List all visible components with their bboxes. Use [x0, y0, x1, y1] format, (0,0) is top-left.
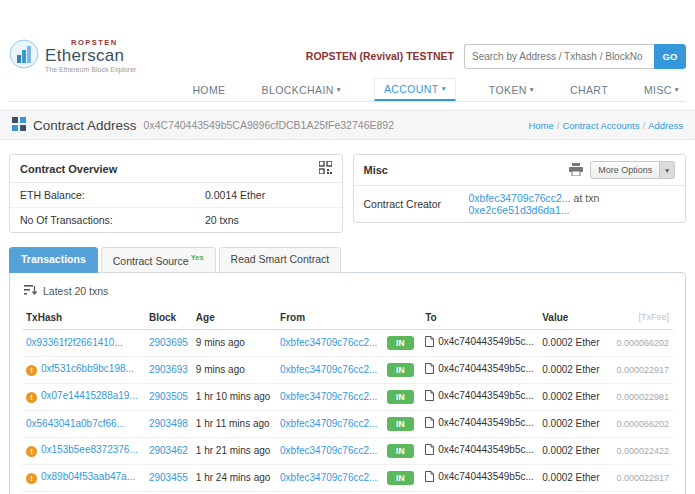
main-nav: HOME BLOCKCHAIN▾ ACCOUNT▾ TOKEN▾ CHART M… — [9, 76, 686, 102]
txhash-link[interactable]: 0x89b04f53aab47a... — [41, 471, 135, 482]
more-options-caret-button[interactable]: ▾ — [660, 161, 675, 179]
value-cell: 0.0002 Ether — [538, 329, 603, 356]
block-link[interactable]: 2903462 — [149, 445, 188, 456]
col-header-from: From — [276, 306, 383, 330]
txhash-link[interactable]: 0x5643041a0b7cf66... — [26, 418, 125, 429]
search-go-button[interactable]: GO — [654, 44, 686, 69]
nav-misc[interactable]: MISC▾ — [641, 79, 682, 101]
from-address-link[interactable]: 0xbfec34709c76cc2... — [280, 391, 377, 402]
tab-read-smart-contract[interactable]: Read Smart Contract — [219, 247, 342, 273]
etherscan-logo-icon — [9, 39, 39, 71]
brand-tagline: The Ethereum Block Explorer — [45, 66, 136, 73]
txfee-cell: 0.000022422 — [604, 437, 673, 464]
to-address: 0x4c740443549b5c... — [438, 471, 534, 482]
from-address-link[interactable]: 0xbfec34709c76cc2... — [280, 364, 377, 375]
value-cell: 0.0002 Ether — [538, 410, 603, 437]
col-header-to: To — [421, 306, 538, 330]
value-cell: 0.0002 Ether — [538, 437, 603, 464]
txfee-cell: 0.000022917 — [604, 464, 673, 491]
tab-transactions[interactable]: Transactions — [9, 247, 98, 273]
latest-txns-label: Latest 20 txns — [43, 285, 108, 297]
age-cell: 9 mins ago — [192, 329, 276, 356]
value-cell: 0.0002 Ether — [538, 464, 603, 491]
nav-account[interactable]: ACCOUNT▾ — [374, 78, 456, 101]
chevron-down-icon: ▾ — [442, 85, 446, 93]
txn-count-row: No Of Transactions: 20 txns — [10, 208, 342, 232]
transactions-panel: Latest 20 txns TxHash Block Age From To … — [9, 272, 686, 494]
txhash-link[interactable]: 0x93361f2f2661410... — [26, 337, 123, 348]
block-link[interactable]: 2903695 — [149, 337, 188, 348]
txfee-cell: 0.000022981 — [604, 383, 673, 410]
block-link[interactable]: 2903693 — [149, 364, 188, 375]
to-address: 0x4c740443549b5c... — [438, 363, 534, 374]
warning-icon: ! — [26, 392, 37, 403]
search-input[interactable] — [464, 44, 654, 69]
direction-in-badge: IN — [387, 417, 414, 431]
overview-title: Contract Overview — [20, 163, 117, 175]
block-link[interactable]: 2903505 — [149, 391, 188, 402]
block-link[interactable]: 2903455 — [149, 472, 188, 483]
contract-overview-panel: Contract Overview ETH Balance: 0.0014 Et… — [9, 154, 343, 233]
txhash-link[interactable]: 0x07e14415288a19... — [41, 390, 138, 401]
direction-in-badge: IN — [387, 336, 414, 350]
transactions-table: TxHash Block Age From To Value [TxFee] 0… — [22, 306, 673, 494]
block-link[interactable]: 2903498 — [149, 418, 188, 429]
eth-balance-value: 0.0014 Ether — [205, 189, 265, 201]
creator-address-link[interactable]: 0xbfec34709c76cc2... — [469, 192, 571, 204]
page-address: 0x4C740443549b5CA9896cfDCB1A25fFe32746E8… — [144, 119, 394, 131]
breadcrumb-address[interactable]: Address — [648, 120, 683, 131]
contract-document-icon — [425, 363, 434, 376]
from-address-link[interactable]: 0xbfec34709c76cc2... — [280, 472, 377, 483]
direction-in-badge: IN — [387, 390, 414, 404]
table-row: 0x5643041a0b7cf66... 2903498 1 hr 11 min… — [22, 410, 673, 437]
to-address: 0x4c740443549b5c... — [438, 444, 534, 455]
header: ROPSTEN Etherscan The Ethereum Block Exp… — [9, 36, 686, 76]
col-header-value: Value — [538, 306, 603, 330]
direction-in-badge: IN — [387, 363, 414, 377]
qr-code-icon[interactable] — [319, 161, 332, 176]
nav-blockchain[interactable]: BLOCKCHAIN▾ — [259, 79, 344, 101]
age-cell: 1 hr 21 mins ago — [192, 437, 276, 464]
testnet-label: ROPSTEN (Revival) TESTNET — [306, 50, 454, 62]
table-row: !0x153b5ee8372376... 2903462 1 hr 21 min… — [22, 437, 673, 464]
from-address-link[interactable]: 0xbfec34709c76cc2... — [280, 337, 377, 348]
printer-icon[interactable] — [569, 163, 583, 178]
page-title: Contract Address — [33, 118, 137, 133]
col-header-txfee: [TxFee] — [604, 306, 673, 330]
page: ROPSTEN Etherscan The Ethereum Block Exp… — [0, 0, 695, 494]
warning-icon: ! — [26, 473, 37, 484]
txhash-link[interactable]: 0xf531c6bb9bc198... — [41, 363, 134, 374]
contract-creator-row: Contract Creator 0xbfec34709c76cc2... at… — [354, 186, 686, 222]
more-options-button[interactable]: More Options — [590, 161, 660, 179]
direction-in-badge: IN — [387, 471, 414, 485]
txn-count-value: 20 txns — [205, 214, 239, 226]
contract-document-icon — [425, 390, 434, 403]
table-row: !0x89b04f53aab47a... 2903455 1 hr 24 min… — [22, 464, 673, 491]
chevron-down-icon: ▾ — [337, 86, 341, 94]
nav-home[interactable]: HOME — [189, 79, 228, 101]
warning-icon: ! — [26, 365, 37, 376]
chevron-down-icon: ▾ — [675, 86, 679, 94]
age-cell: 1 hr 10 mins ago — [192, 383, 276, 410]
txhash-link[interactable]: 0x153b5ee8372376... — [41, 444, 138, 455]
brand-name: Etherscan — [45, 47, 136, 65]
misc-panel: Misc More Options ▾ C — [353, 154, 687, 223]
value-cell: 0.0002 Ether — [538, 383, 603, 410]
title-bar: Contract Address 0x4C740443549b5CA9896cf… — [0, 110, 695, 140]
breadcrumb-contract-accounts[interactable]: Contract Accounts — [562, 120, 639, 131]
from-address-link[interactable]: 0xbfec34709c76cc2... — [280, 418, 377, 429]
breadcrumb-home[interactable]: Home — [528, 120, 553, 131]
nav-chart[interactable]: CHART — [567, 79, 611, 101]
etherscan-logo[interactable]: ROPSTEN Etherscan The Ethereum Block Exp… — [9, 39, 136, 73]
contract-document-icon — [425, 444, 434, 457]
tab-bar: Transactions Contract SourceYes Read Sma… — [9, 247, 686, 273]
col-header-age: Age — [192, 306, 276, 330]
nav-token[interactable]: TOKEN▾ — [486, 79, 537, 101]
age-cell: 9 mins ago — [192, 356, 276, 383]
tab-contract-source[interactable]: Contract SourceYes — [101, 247, 216, 273]
creator-txn-link[interactable]: 0xe2c6e51d3d6da1... — [469, 204, 570, 216]
misc-title: Misc — [364, 164, 388, 176]
from-address-link[interactable]: 0xbfec34709c76cc2... — [280, 445, 377, 456]
searchbox: GO — [464, 44, 686, 69]
eth-balance-row: ETH Balance: 0.0014 Ether — [10, 183, 342, 208]
